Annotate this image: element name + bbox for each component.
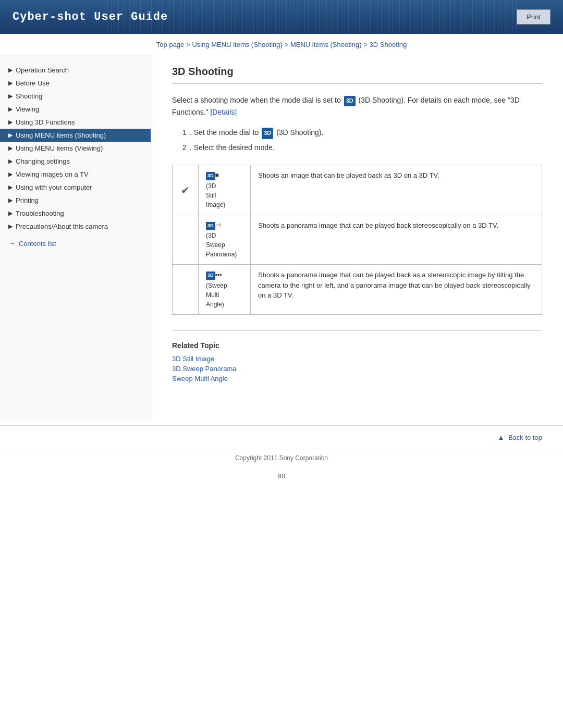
mode-name-cell: 3D■ (3DStillImage)	[199, 165, 251, 215]
intro-paragraph: Select a shooting mode when the mode dia…	[172, 94, 542, 118]
contents-list-link[interactable]: → Contents list	[0, 235, 151, 252]
page-title: 3D Shooting	[172, 66, 542, 84]
mode-name-cell: 3D▪▪▪ (SweepMultiAngle)	[199, 265, 251, 315]
arrow-icon: ▶	[8, 67, 13, 73]
sidebar-link[interactable]: Using MENU items (Shooting)	[16, 131, 106, 139]
site-title: Cyber-shot User Guide	[13, 10, 168, 23]
checkmark-cell: ✔	[173, 165, 199, 215]
sidebar-item-before-use[interactable]: ▶ Before Use	[0, 77, 151, 90]
sidebar-item-shooting[interactable]: ▶ Shooting	[0, 90, 151, 103]
sidebar-link[interactable]: Printing	[16, 196, 39, 204]
sidebar-item-using-menu-viewing[interactable]: ▶ Using MENU items (Viewing)	[0, 142, 151, 155]
mode-badge: 3D	[206, 172, 215, 180]
sidebar-item-changing-settings[interactable]: ▶ Changing settings	[0, 155, 151, 168]
arrow-icon: ▶	[8, 223, 13, 230]
mode-description: Shoots a panorama image that can be play…	[251, 265, 542, 315]
contents-link-label[interactable]: Contents list	[19, 240, 56, 248]
table-row: 3D▪▪▪ (SweepMultiAngle) Shoots a panoram…	[173, 265, 542, 315]
sidebar-item-computer[interactable]: ▶ Using with your computer	[0, 181, 151, 194]
mode-name-cell: 3D⊣ (3DSweepPanorama)	[199, 215, 251, 265]
related-topic: Related Topic 3D Still Image 3D Sweep Pa…	[172, 330, 542, 382]
sidebar-item-operation-search[interactable]: ▶ Operation Search	[0, 64, 151, 77]
mode-symbol: ⊣	[215, 221, 221, 229]
sidebar-item-using-3d[interactable]: ▶ Using 3D Functions	[0, 116, 151, 129]
back-to-top-link[interactable]: ▲ Back to top	[497, 434, 542, 441]
badge-3d: 3D	[344, 96, 356, 106]
mode-badge: 3D	[206, 222, 215, 230]
step-1: 1．Set the mode dial to 3D (3D Shooting).	[182, 126, 542, 139]
mode-badge: 3D	[206, 272, 215, 280]
sidebar-link[interactable]: Before Use	[16, 79, 50, 87]
sidebar-item-viewing[interactable]: ▶ Viewing	[0, 103, 151, 116]
intro-text-before: Select a shooting mode when the mode dia…	[172, 96, 341, 104]
step1-text: 1．Set the mode dial to	[182, 128, 259, 137]
breadcrumb-sep-3: >	[363, 41, 369, 48]
sidebar-link[interactable]: Viewing images on a TV	[16, 170, 89, 178]
arrow-icon: ▶	[8, 210, 13, 217]
page-number: 98	[0, 467, 563, 485]
sidebar-link[interactable]: Troubleshooting	[16, 209, 64, 217]
arrow-icon: ▶	[8, 158, 13, 165]
sidebar-link[interactable]: Using MENU items (Viewing)	[16, 144, 103, 152]
sidebar-link[interactable]: Precautions/About this camera	[16, 223, 108, 230]
checkmark-icon: ✔	[181, 184, 190, 196]
sidebar-item-troubleshooting[interactable]: ▶ Troubleshooting	[0, 207, 151, 220]
icon-cell	[173, 215, 199, 265]
related-link-angle[interactable]: Sweep Multi Angle	[172, 375, 542, 382]
main-content: 3D Shooting Select a shooting mode when …	[151, 55, 563, 420]
sidebar-link[interactable]: Shooting	[16, 92, 42, 100]
breadcrumb-sep-2: >	[285, 41, 290, 48]
mode-symbol: ▪▪▪	[215, 271, 222, 278]
breadcrumb-item-2[interactable]: Using MENU items (Shooting)	[192, 41, 282, 48]
arrow-icon: ▶	[8, 184, 13, 191]
sidebar-item-precautions[interactable]: ▶ Precautions/About this camera	[0, 220, 151, 233]
sidebar: ▶ Operation Search ▶ Before Use ▶ Shooti…	[0, 55, 151, 420]
arrow-icon: ▶	[8, 197, 13, 204]
icon-cell	[173, 265, 199, 315]
arrow-right-icon: →	[8, 239, 16, 248]
mode-label: (3DSweepPanorama)	[206, 232, 237, 258]
breadcrumb-item-1[interactable]: Top page	[156, 41, 185, 48]
mode-description: Shoots an image that can be played back …	[251, 165, 542, 215]
arrow-icon: ▶	[8, 106, 13, 113]
sidebar-link[interactable]: Operation Search	[16, 66, 69, 74]
badge-3d-step: 3D	[262, 128, 273, 139]
table-row: ✔ 3D■ (3DStillImage) Shoots an image tha…	[173, 165, 542, 215]
sidebar-link[interactable]: Viewing	[16, 105, 39, 113]
details-link[interactable]: [Details]	[210, 108, 237, 116]
modes-table: ✔ 3D■ (3DStillImage) Shoots an image tha…	[172, 165, 542, 315]
related-link-still[interactable]: 3D Still Image	[172, 355, 542, 363]
print-button[interactable]: Print	[517, 9, 550, 24]
arrow-icon: ▶	[8, 80, 13, 87]
arrow-icon: ▶	[8, 145, 13, 152]
arrow-icon: ▶	[8, 132, 13, 139]
sidebar-link[interactable]: Using with your computer	[16, 183, 92, 191]
arrow-icon: ▶	[8, 93, 13, 100]
sidebar-item-printing[interactable]: ▶ Printing	[0, 194, 151, 207]
copyright: Copyright 2011 Sony Corporation	[0, 449, 563, 467]
sidebar-link[interactable]: Changing settings	[16, 157, 70, 165]
arrow-icon: ▶	[8, 171, 13, 178]
table-row: 3D⊣ (3DSweepPanorama) Shoots a panorama …	[173, 215, 542, 265]
related-link-panorama[interactable]: 3D Sweep Panorama	[172, 365, 542, 373]
breadcrumb-item-4[interactable]: 3D Shooting	[370, 41, 407, 48]
mode-label: (SweepMultiAngle)	[206, 282, 227, 308]
sidebar-item-using-menu-shooting[interactable]: ▶ Using MENU items (Shooting)	[0, 129, 151, 142]
breadcrumb-item-3[interactable]: MENU items (Shooting)	[290, 41, 362, 48]
back-to-top[interactable]: ▲ Back to top	[497, 433, 542, 441]
sidebar-link[interactable]: Using 3D Functions	[16, 118, 75, 126]
triangle-icon: ▲	[497, 434, 504, 441]
sidebar-item-viewing-tv[interactable]: ▶ Viewing images on a TV	[0, 168, 151, 181]
back-to-top-label: Back to top	[508, 434, 542, 441]
main-layout: ▶ Operation Search ▶ Before Use ▶ Shooti…	[0, 55, 563, 420]
step-2: 2．Select the desired mode.	[182, 141, 542, 154]
arrow-icon: ▶	[8, 119, 13, 126]
steps-list: 1．Set the mode dial to 3D (3D Shooting).…	[182, 126, 542, 154]
footer-nav: ▲ Back to top	[0, 425, 563, 449]
mode-description: Shoots a panorama image that can be play…	[251, 215, 542, 265]
mode-symbol: ■	[215, 171, 219, 179]
header: Cyber-shot User Guide Print	[0, 0, 563, 34]
step1-after: (3D Shooting).	[276, 128, 323, 137]
related-title: Related Topic	[172, 341, 542, 350]
breadcrumb-sep-1: >	[186, 41, 192, 48]
